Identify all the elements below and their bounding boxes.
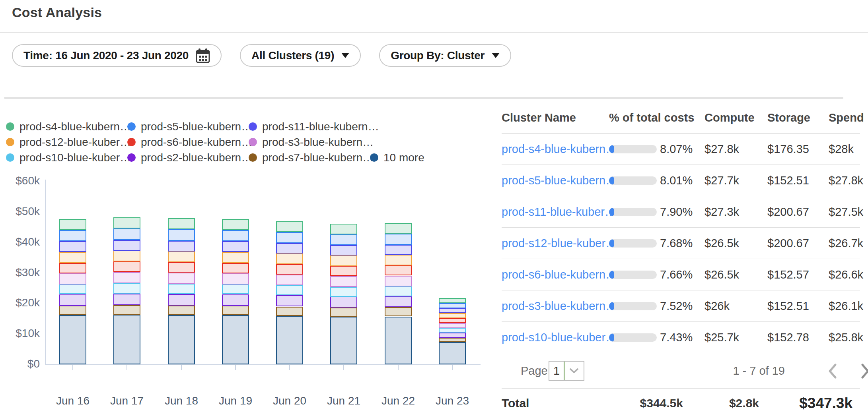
bar-segment[interactable] [113, 250, 140, 261]
bar-segment[interactable] [439, 333, 466, 338]
bar-segment[interactable] [168, 218, 195, 229]
bar-segment[interactable] [330, 296, 357, 308]
bar-segment[interactable] [168, 251, 195, 262]
bar-segment[interactable] [59, 284, 86, 294]
bar-segment[interactable] [222, 230, 249, 241]
bar-segment[interactable] [385, 307, 412, 316]
bar-segment[interactable] [113, 283, 140, 294]
pct-bar-track [609, 302, 657, 310]
bar-segment[interactable] [59, 241, 86, 252]
bar-segment[interactable] [439, 308, 466, 313]
bar-segment[interactable] [222, 273, 249, 284]
bar-segment[interactable] [222, 306, 249, 315]
bar-segment[interactable] [113, 261, 140, 272]
bar-segment[interactable] [168, 306, 195, 315]
bar-segment[interactable] [276, 264, 303, 275]
bar-segment[interactable] [439, 303, 466, 308]
cluster-link[interactable]: prod-s4-blue-kubern… [502, 143, 609, 156]
bar-segment[interactable] [59, 294, 86, 306]
y-axis-label: $0 [0, 358, 40, 370]
bar-segment[interactable] [385, 255, 412, 265]
bar-segment[interactable] [222, 241, 249, 252]
bar-segment[interactable] [59, 230, 86, 241]
cluster-link[interactable]: prod-s3-blue-kubern… [502, 300, 609, 313]
bar-segment[interactable] [168, 273, 195, 284]
bar-segment[interactable] [330, 287, 357, 297]
bar-segment[interactable] [276, 221, 303, 232]
bar-segment[interactable] [330, 224, 357, 234]
bar-segment[interactable] [439, 318, 466, 323]
bar-segment[interactable] [276, 254, 303, 264]
bar-segment[interactable] [330, 245, 357, 255]
bar-segment[interactable] [59, 315, 86, 364]
page-select[interactable]: 1 [549, 361, 584, 381]
bar-segment[interactable] [222, 219, 249, 230]
bar-segment[interactable] [59, 252, 86, 263]
compute-value: $26.5k [705, 237, 767, 250]
bar-segment[interactable] [439, 328, 466, 333]
bar-segment[interactable] [59, 306, 86, 315]
col-storage: Storage [767, 111, 829, 124]
bar-segment[interactable] [439, 323, 466, 328]
bar-segment[interactable] [385, 286, 412, 296]
cluster-link[interactable]: prod-s6-blue-kubern… [502, 268, 609, 281]
bar-segment[interactable] [439, 313, 466, 318]
bar-segment[interactable] [113, 315, 140, 364]
bar-segment[interactable] [276, 285, 303, 295]
bar-segment[interactable] [276, 295, 303, 306]
bar-segment[interactable] [168, 284, 195, 294]
pct-cell: 8.07% [609, 143, 705, 156]
bar-segment[interactable] [385, 234, 412, 245]
bar-segment[interactable] [59, 273, 86, 284]
bar-segment[interactable] [439, 342, 466, 364]
bar-segment[interactable] [330, 234, 357, 245]
pagination-range: 1 - 7 of 19 [733, 364, 785, 377]
bar-segment[interactable] [113, 294, 140, 305]
bar-segment[interactable] [330, 255, 357, 266]
bar-segment[interactable] [113, 217, 140, 228]
bar-segment[interactable] [59, 263, 86, 273]
cluster-link[interactable]: prod-s12-blue-kuber… [502, 237, 609, 250]
bar-segment[interactable] [168, 294, 195, 306]
cluster-link[interactable]: prod-s11-blue-kuber… [502, 205, 609, 219]
bar-segment[interactable] [222, 284, 249, 294]
bar-segment[interactable] [385, 276, 412, 286]
bar-segment[interactable] [276, 275, 303, 285]
bar-segment[interactable] [385, 245, 412, 255]
bar-segment[interactable] [330, 317, 357, 364]
storage-value: $152.51 [767, 174, 829, 187]
bar-segment[interactable] [222, 263, 249, 273]
bar-segment[interactable] [385, 265, 412, 275]
bar-segment[interactable] [330, 266, 357, 276]
cluster-link[interactable]: prod-s10-blue-kuber… [502, 331, 609, 344]
bar-segment[interactable] [385, 296, 412, 307]
bar-segment[interactable] [330, 276, 357, 287]
bar-segment[interactable] [385, 223, 412, 234]
bar-segment[interactable] [168, 241, 195, 252]
bar-segment[interactable] [222, 252, 249, 263]
bar-segment[interactable] [439, 298, 466, 303]
bar-segment[interactable] [222, 294, 249, 306]
prev-page-button[interactable] [827, 363, 839, 379]
chevron-down-icon [564, 367, 584, 374]
bar-segment[interactable] [113, 305, 140, 315]
bar-segment[interactable] [330, 308, 357, 317]
bar-segment[interactable] [385, 317, 412, 364]
compute-value: $26k [705, 300, 767, 313]
bar-segment[interactable] [276, 307, 303, 316]
bar-segment[interactable] [276, 243, 303, 254]
bar-segment[interactable] [276, 232, 303, 243]
pct-cell: 8.01% [609, 174, 705, 187]
bar-segment[interactable] [222, 315, 249, 364]
bar-segment[interactable] [113, 272, 140, 283]
bar-segment[interactable] [276, 316, 303, 364]
cluster-link[interactable]: prod-s5-blue-kubern… [502, 174, 609, 187]
next-page-button[interactable] [859, 363, 868, 379]
bar-segment[interactable] [59, 219, 86, 230]
bar-segment[interactable] [168, 262, 195, 273]
bar-segment[interactable] [113, 240, 140, 251]
bar-segment[interactable] [113, 228, 140, 240]
bar-segment[interactable] [168, 229, 195, 241]
bar-segment[interactable] [168, 315, 195, 364]
bar-segment[interactable] [439, 338, 466, 342]
